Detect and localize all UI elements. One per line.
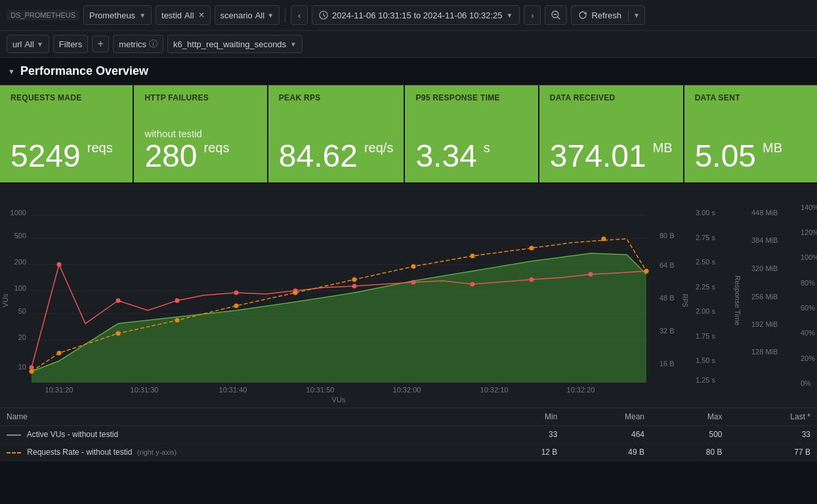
collapse-icon: ▼ xyxy=(8,68,15,75)
time-range-picker[interactable]: 2024-11-06 10:31:15 to 2024-11-06 10:32:… xyxy=(312,5,520,25)
svg-point-19 xyxy=(30,366,34,370)
refresh-button[interactable]: Refresh ▼ xyxy=(571,5,644,25)
svg-text:448 MiB: 448 MiB xyxy=(751,209,778,217)
time-next-button[interactable]: › xyxy=(524,5,541,25)
stat-value-http-failures: 280 xyxy=(144,140,197,172)
time-prev-button[interactable]: ‹ xyxy=(291,5,308,25)
svg-text:Response Time: Response Time xyxy=(734,276,742,326)
zoom-out-button[interactable] xyxy=(545,5,567,25)
svg-text:48 B: 48 B xyxy=(660,294,675,302)
legend-gray-line xyxy=(7,434,21,436)
stat-unit-p95: s xyxy=(484,140,490,156)
svg-text:2.00 s: 2.00 s xyxy=(696,307,715,315)
stat-card-http-failures: HTTP Failures without testid 280 reqs xyxy=(134,85,268,184)
stat-value-data-received: 374.01 xyxy=(550,140,646,172)
stat-label-data-received: Data Received xyxy=(550,93,673,102)
section-title: Performance Overview xyxy=(20,64,148,78)
chevron-down-icon: ▼ xyxy=(633,12,640,19)
scenario-pill[interactable]: scenario All ▼ xyxy=(215,5,280,25)
metrics-label: metrics xyxy=(119,39,146,49)
chevron-down-icon: ▼ xyxy=(37,41,43,48)
datasource-value: Prometheus xyxy=(89,10,135,20)
svg-text:VUs: VUs xyxy=(332,396,346,404)
stat-unit-requests-made: reqs xyxy=(87,140,113,156)
url-dropdown[interactable]: All ▼ xyxy=(24,39,43,49)
info-icon[interactable]: ⓘ xyxy=(149,38,157,50)
testid-pill[interactable]: testid All ✕ xyxy=(156,5,211,25)
svg-point-25 xyxy=(352,284,357,289)
scenario-dropdown[interactable]: All ▼ xyxy=(255,10,274,20)
svg-text:192 MiB: 192 MiB xyxy=(751,320,778,328)
datasource-dropdown[interactable]: Prometheus ▼ xyxy=(83,5,152,25)
refresh-label: Refresh xyxy=(591,10,621,20)
stat-card-requests-made: Requests Made 5249 reqs xyxy=(0,85,134,184)
url-filter[interactable]: url All ▼ xyxy=(7,35,49,53)
stat-unit-data-sent: MB xyxy=(763,140,782,156)
row-min-rps: 12 B xyxy=(486,444,564,461)
svg-point-40 xyxy=(530,246,534,251)
svg-point-31 xyxy=(30,369,34,374)
svg-text:VUs: VUs xyxy=(1,293,9,307)
svg-text:10:32:00: 10:32:00 xyxy=(393,386,421,394)
clock-icon xyxy=(319,10,328,20)
svg-text:32 B: 32 B xyxy=(660,327,675,335)
svg-text:320 MiB: 320 MiB xyxy=(751,264,778,272)
row-name-suffix-rps: (right y-axis) xyxy=(137,448,177,456)
svg-point-37 xyxy=(352,278,357,282)
stat-label-http-failures: HTTP Failures xyxy=(144,93,256,102)
svg-point-28 xyxy=(530,278,534,282)
col-header-last: Last * xyxy=(729,408,817,426)
zoom-icon xyxy=(551,10,561,20)
row-max-vus: 500 xyxy=(651,426,729,444)
section-header[interactable]: ▼ Performance Overview xyxy=(0,58,817,85)
stat-card-data-sent: Data Sent 5.05 MB xyxy=(684,85,817,184)
svg-point-38 xyxy=(411,264,416,269)
chevron-down-icon: ▼ xyxy=(507,12,513,19)
time-range-value: 2024-11-06 10:31:15 to 2024-11-06 10:32:… xyxy=(332,10,503,20)
svg-point-26 xyxy=(411,280,416,285)
svg-point-41 xyxy=(602,237,606,242)
add-filter-button[interactable]: + xyxy=(92,35,109,52)
stat-label-requests-made: Requests Made xyxy=(10,93,122,102)
svg-point-27 xyxy=(471,282,475,287)
svg-text:64 B: 64 B xyxy=(660,261,675,269)
svg-text:10:31:50: 10:31:50 xyxy=(306,386,335,394)
col-header-mean: Mean xyxy=(564,408,651,426)
stat-value-data-sent: 5.05 xyxy=(695,140,756,172)
metrics-filter[interactable]: metrics ⓘ xyxy=(113,35,163,53)
stat-sublabel-http-failures: without testid xyxy=(144,128,256,139)
svg-text:10: 10 xyxy=(18,363,26,371)
svg-text:1.25 s: 1.25 s xyxy=(696,376,715,384)
svg-point-29 xyxy=(589,272,593,277)
svg-point-22 xyxy=(175,299,180,303)
svg-point-42 xyxy=(644,269,649,274)
svg-text:1000: 1000 xyxy=(10,209,26,217)
scenario-label: scenario xyxy=(220,10,253,20)
testid-value: All xyxy=(184,10,194,20)
svg-text:0%: 0% xyxy=(801,379,811,387)
svg-text:2.50 s: 2.50 s xyxy=(696,258,715,266)
svg-text:20: 20 xyxy=(18,333,26,341)
table-row: Requests Rate - without testid (right y-… xyxy=(0,444,817,461)
metrics-dropdown[interactable]: k6_http_req_waiting_seconds ▼ xyxy=(167,35,303,53)
stat-unit-http-failures: reqs xyxy=(204,140,230,156)
svg-text:16 B: 16 B xyxy=(660,360,675,368)
stat-label-p95: P95 Response Time xyxy=(415,93,527,102)
svg-text:80%: 80% xyxy=(801,279,815,287)
svg-point-20 xyxy=(57,262,62,267)
svg-point-39 xyxy=(471,254,475,259)
testid-close-icon[interactable]: ✕ xyxy=(198,10,205,20)
row-name-rps: Requests Rate - without testid (right y-… xyxy=(0,444,486,461)
col-header-max: Max xyxy=(651,408,729,426)
svg-text:40%: 40% xyxy=(801,329,815,337)
chart-area: 1000 500 200 100 50 20 10 VUs xyxy=(0,184,817,461)
svg-point-32 xyxy=(57,351,62,356)
metrics-value: k6_http_req_waiting_seconds xyxy=(173,39,286,49)
filters-button[interactable]: Filters xyxy=(53,35,88,53)
row-min-vus: 33 xyxy=(486,426,564,444)
refresh-dropdown[interactable]: ▼ xyxy=(628,9,644,22)
svg-text:384 MiB: 384 MiB xyxy=(751,236,778,244)
stat-label-data-sent: Data Sent xyxy=(695,93,807,102)
stat-label-peak-rps: Peak RPS xyxy=(279,93,394,102)
row-name-vus: Active VUs - without testid xyxy=(0,426,486,444)
